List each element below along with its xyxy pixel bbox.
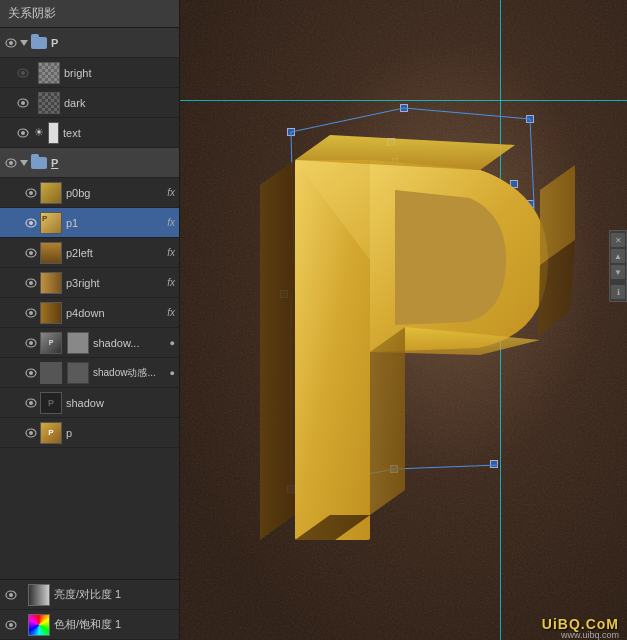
layer-name: P bbox=[51, 37, 175, 49]
layer-dark[interactable]: dark bbox=[0, 88, 179, 118]
layer-shadow[interactable]: P shadow bbox=[0, 388, 179, 418]
svg-point-13 bbox=[29, 221, 33, 225]
eye-icon[interactable] bbox=[24, 186, 38, 200]
adjustment-layers: 亮度/对比度 1 色相/饱和度 1 bbox=[0, 579, 179, 640]
eye-icon[interactable] bbox=[16, 126, 30, 140]
layer-name: p bbox=[66, 427, 175, 439]
layer-name: P bbox=[51, 157, 175, 169]
layer-name: dark bbox=[64, 97, 175, 109]
layer-mask-thumbnail bbox=[67, 362, 89, 384]
eye-icon[interactable] bbox=[24, 366, 38, 380]
adjustment-thumbnail bbox=[28, 584, 50, 606]
fx-badge: fx bbox=[167, 247, 175, 258]
layer-list: P bright dark ☀ text bbox=[0, 28, 179, 579]
layer-name: p1 bbox=[66, 217, 164, 229]
layer-p1[interactable]: P p1 fx bbox=[0, 208, 179, 238]
svg-marker-32 bbox=[260, 160, 295, 540]
layer-thumbnail bbox=[40, 272, 62, 294]
fx-badge: fx bbox=[167, 187, 175, 198]
layer-p3right[interactable]: p3right fx bbox=[0, 268, 179, 298]
eye-icon[interactable] bbox=[4, 36, 18, 50]
svg-point-27 bbox=[29, 431, 33, 435]
close-mini-btn[interactable]: ✕ bbox=[611, 233, 625, 247]
adjustment-thumbnail bbox=[28, 614, 50, 636]
fx-badge: fx bbox=[167, 217, 175, 228]
svg-marker-40 bbox=[370, 327, 405, 515]
layer-thumbnail-mask bbox=[48, 122, 59, 144]
smart-dot: ● bbox=[170, 368, 175, 378]
layer-thumbnail: P bbox=[40, 332, 62, 354]
info-btn[interactable]: ℹ bbox=[611, 285, 625, 299]
eye-icon[interactable] bbox=[24, 426, 38, 440]
layer-group-p[interactable]: P bbox=[0, 148, 179, 178]
eye-icon[interactable] bbox=[24, 336, 38, 350]
layer-thumbnail bbox=[40, 302, 62, 324]
layer-name: p4down bbox=[66, 307, 164, 319]
svg-point-9 bbox=[9, 161, 13, 165]
layer-thumbnail: P bbox=[40, 392, 62, 414]
layer-name: shadow bbox=[66, 397, 175, 409]
expand-icon[interactable] bbox=[20, 40, 28, 46]
arrow-up-btn[interactable]: ▲ bbox=[611, 249, 625, 263]
layer-text[interactable]: ☀ text bbox=[0, 118, 179, 148]
canvas-area[interactable]: ✕ ▲ ▼ ℹ UiBQ.CoM www.uibq.com bbox=[180, 0, 627, 640]
eye-icon[interactable] bbox=[4, 618, 18, 632]
watermark-url: www.uibq.com bbox=[561, 630, 619, 640]
eye-icon[interactable] bbox=[24, 216, 38, 230]
svg-point-17 bbox=[29, 281, 33, 285]
layer-name: shadow动感... bbox=[93, 366, 169, 380]
svg-point-3 bbox=[21, 71, 25, 75]
layer-name: shadow... bbox=[93, 337, 169, 349]
folder-icon bbox=[31, 37, 47, 49]
layer-name: p3right bbox=[66, 277, 164, 289]
layer-thumbnail bbox=[38, 92, 60, 114]
p-letter-3d bbox=[230, 60, 600, 560]
mini-tool-panel: ✕ ▲ ▼ ℹ bbox=[609, 230, 627, 302]
eye-icon[interactable] bbox=[24, 396, 38, 410]
eye-icon[interactable] bbox=[16, 96, 30, 110]
sun-icon: ☀ bbox=[32, 126, 46, 140]
svg-point-7 bbox=[21, 131, 25, 135]
panel-header: 关系阴影 bbox=[0, 0, 179, 28]
layer-hue[interactable]: 色相/饱和度 1 bbox=[0, 610, 179, 640]
fx-badge: fx bbox=[167, 307, 175, 318]
arrow-down-btn[interactable]: ▼ bbox=[611, 265, 625, 279]
layer-name: p2left bbox=[66, 247, 164, 259]
eye-icon[interactable] bbox=[24, 246, 38, 260]
layer-p0bg[interactable]: p0bg fx bbox=[0, 178, 179, 208]
panel-title: 关系阴影 bbox=[8, 5, 56, 22]
svg-point-19 bbox=[29, 311, 33, 315]
layer-p2left[interactable]: p2left fx bbox=[0, 238, 179, 268]
layer-group-p-top[interactable]: P bbox=[0, 28, 179, 58]
eye-icon[interactable] bbox=[4, 588, 18, 602]
eye-icon[interactable] bbox=[4, 156, 18, 170]
layer-mask-thumbnail bbox=[67, 332, 89, 354]
layer-name: text bbox=[63, 127, 175, 139]
layer-name: bright bbox=[64, 67, 175, 79]
svg-point-1 bbox=[9, 41, 13, 45]
layer-p-small[interactable]: P p bbox=[0, 418, 179, 448]
eye-icon[interactable] bbox=[24, 306, 38, 320]
svg-point-25 bbox=[29, 401, 33, 405]
layer-shadow-smart[interactable]: P shadow... ● bbox=[0, 328, 179, 358]
layer-brightness[interactable]: 亮度/对比度 1 bbox=[0, 580, 179, 610]
smart-dot: ● bbox=[170, 338, 175, 348]
svg-point-31 bbox=[9, 623, 13, 627]
svg-point-29 bbox=[9, 593, 13, 597]
eye-icon[interactable] bbox=[16, 66, 30, 80]
expand-icon[interactable] bbox=[20, 160, 28, 166]
svg-point-5 bbox=[21, 101, 25, 105]
svg-point-23 bbox=[29, 371, 33, 375]
layer-bright[interactable]: bright bbox=[0, 58, 179, 88]
layer-thumbnail: P bbox=[40, 422, 62, 444]
layer-name: 亮度/对比度 1 bbox=[54, 587, 175, 602]
layer-p4down[interactable]: p4down fx bbox=[0, 298, 179, 328]
svg-point-21 bbox=[29, 341, 33, 345]
eye-icon[interactable] bbox=[24, 276, 38, 290]
layer-shadow-move[interactable]: shadow动感... ● bbox=[0, 358, 179, 388]
layer-name: p0bg bbox=[66, 187, 164, 199]
folder-icon bbox=[31, 157, 47, 169]
layer-thumbnail bbox=[38, 62, 60, 84]
layer-thumbnail: P bbox=[40, 212, 62, 234]
layer-thumbnail bbox=[40, 362, 62, 384]
